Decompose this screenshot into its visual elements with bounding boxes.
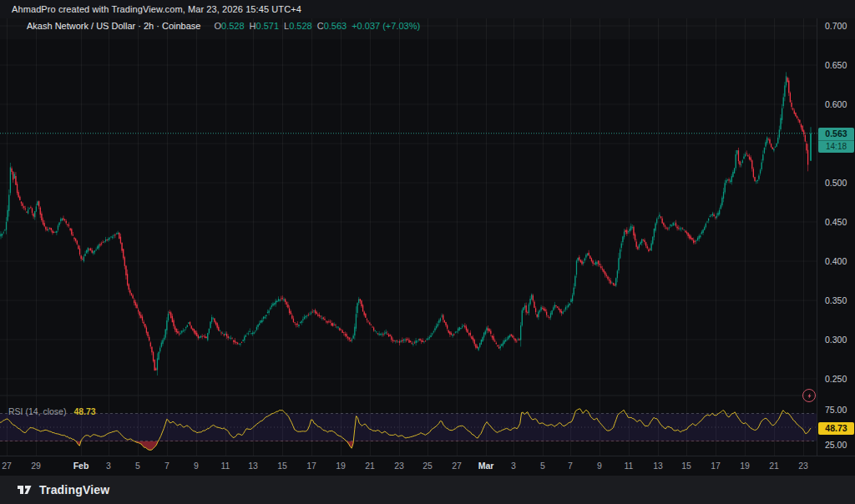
rsi-tick-label: 75.00 — [825, 405, 847, 415]
lightning-button[interactable] — [802, 389, 816, 402]
time-tick-label: 27 — [2, 461, 12, 471]
ohlc-value: 0.528 — [221, 21, 245, 31]
time-tick-label: 11 — [221, 461, 230, 471]
rsi-legend[interactable]: RSI (14, close) 48.73 — [8, 406, 96, 416]
tradingview-chart-screen: AhmadPro created with TradingView.com, M… — [0, 0, 855, 504]
time-tick-label: 15 — [277, 461, 287, 471]
price-tick-label: 0.250 — [825, 374, 847, 384]
time-tick-label: 3 — [106, 461, 111, 471]
rsi-plot — [0, 409, 817, 450]
price-tick-label: 0.650 — [825, 60, 847, 70]
time-tick-label: 25 — [422, 461, 433, 471]
ohlc-letter: O — [214, 21, 221, 31]
ohlc-letter: H — [250, 21, 256, 31]
time-tick-label: 27 — [452, 461, 462, 471]
tradingview-logo-icon[interactable] — [17, 484, 33, 496]
rsi-params-text: (14, close) — [25, 406, 66, 416]
grid — [0, 18, 817, 456]
change-value: +0.037 (+7.03%) — [352, 21, 420, 31]
price-tick-label: 0.400 — [825, 256, 847, 266]
time-tick-label: 5 — [540, 461, 545, 471]
price-tick-label: 0.350 — [825, 295, 847, 305]
attribution-bar: AhmadPro created with TradingView.com, M… — [0, 0, 855, 18]
time-tick-label: 19 — [740, 461, 750, 471]
chart-plot[interactable] — [0, 0, 855, 456]
time-tick-label: 3 — [511, 461, 516, 471]
time-tick-label: 21 — [769, 461, 779, 471]
current-price-label: 0.563 14:18 — [818, 128, 854, 153]
time-tick-label: 9 — [597, 461, 602, 471]
ohlc-value: 0.528 — [289, 21, 312, 31]
time-tick-label: 23 — [798, 461, 808, 471]
time-tick-label: 15 — [681, 461, 691, 471]
price-axis[interactable]: 0.7000.6500.6000.5000.4500.4000.3500.300… — [817, 0, 855, 456]
ohlc-value: 0.563 — [324, 21, 347, 31]
time-tick-label: 7 — [568, 461, 573, 471]
candlestick-series — [0, 72, 811, 375]
time-tick-label: 17 — [306, 461, 316, 471]
time-tick-label: 9 — [194, 461, 199, 471]
rsi-label: RSI — [8, 406, 23, 416]
price-tick-label: 0.700 — [825, 21, 847, 31]
rsi-current-value: 48.73 — [73, 406, 95, 416]
rsi-tick-label: 25.00 — [825, 440, 847, 450]
time-tick-label: 13 — [248, 461, 258, 471]
time-tick-label: 7 — [164, 461, 169, 471]
price-tick-label: 0.600 — [825, 99, 847, 109]
time-tick-label: 23 — [394, 461, 404, 471]
price-tick-label: 0.500 — [825, 178, 847, 188]
price-tick-label: 0.300 — [825, 335, 847, 345]
footer-toolbar: TradingView — [0, 476, 855, 504]
price-tick-label: 0.450 — [825, 217, 847, 227]
symbol-title[interactable]: Akash Network / US Dollar · 2h · Coinbas… — [27, 21, 200, 31]
time-tick-label: 29 — [31, 461, 41, 471]
ohlc-value: 0.571 — [256, 21, 280, 31]
time-tick-label: 11 — [625, 461, 634, 471]
symbol-legend: Akash Network / US Dollar · 2h · Coinbas… — [27, 21, 420, 31]
time-axis[interactable]: 2729Feb3579111315171921232527Mar35791113… — [0, 456, 855, 476]
current-price-value: 0.563 — [818, 128, 854, 140]
time-tick-label: Feb — [73, 461, 89, 471]
lightning-icon — [805, 391, 814, 401]
time-tick-label: 13 — [653, 461, 663, 471]
time-tick-label: 5 — [135, 461, 140, 471]
time-tick-label: 19 — [336, 461, 346, 471]
rsi-value-label: 48.73 — [818, 422, 854, 435]
bar-countdown: 14:18 — [818, 140, 854, 153]
tradingview-wordmark[interactable]: TradingView — [39, 483, 109, 496]
ohlc-letter: C — [317, 21, 324, 31]
time-tick-label: 21 — [365, 461, 375, 471]
ohlc-values: O0.528H0.571L0.528C0.563+0.037 (+7.03%) — [209, 21, 420, 31]
time-tick-label: 17 — [711, 461, 721, 471]
time-tick-label: Mar — [478, 461, 494, 471]
